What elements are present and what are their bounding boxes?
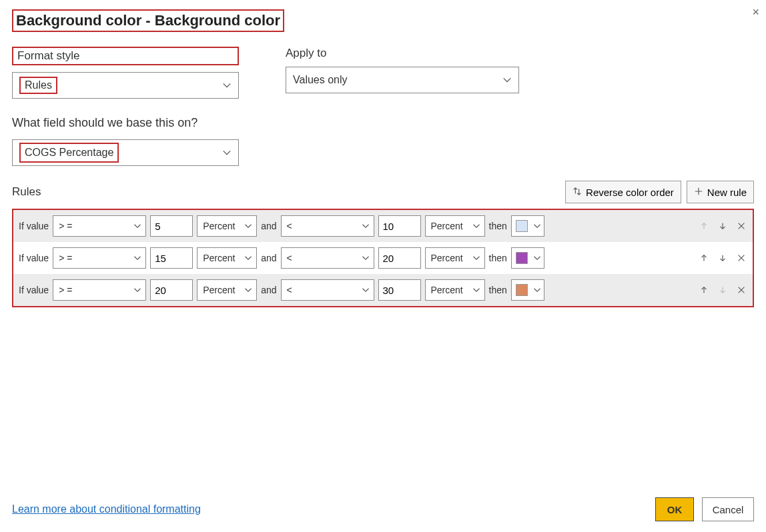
reverse-color-order-button[interactable]: Reverse color order	[565, 181, 681, 203]
new-rule-label: New rule	[707, 187, 747, 198]
chevron-down-icon	[472, 286, 480, 294]
base-field-value: COGS Percentage	[19, 143, 119, 163]
value2-input[interactable]	[378, 215, 421, 237]
new-rule-button[interactable]: New rule	[687, 181, 754, 203]
chevron-down-icon	[133, 254, 141, 262]
unit2-select[interactable]: Percent	[425, 279, 485, 301]
plus-icon	[694, 187, 703, 198]
chevron-down-icon	[244, 254, 252, 262]
chevron-down-icon	[533, 222, 541, 230]
apply-to-label: Apply to	[286, 47, 519, 60]
base-field-select[interactable]: COGS Percentage	[12, 139, 239, 166]
format-style-label: Format style	[12, 47, 239, 65]
base-field-label: What field should we base this on?	[12, 116, 754, 130]
apply-to-select[interactable]: Values only	[286, 67, 519, 93]
chevron-down-icon	[362, 222, 370, 230]
move-down-icon[interactable]	[717, 252, 729, 264]
chevron-down-icon	[362, 286, 370, 294]
operator1-select[interactable]: > =	[53, 247, 146, 269]
swap-icon	[572, 187, 582, 198]
if-value-label: If value	[19, 285, 49, 295]
apply-to-value: Values only	[293, 74, 348, 86]
delete-rule-icon[interactable]	[735, 220, 747, 232]
chevron-down-icon	[502, 75, 512, 85]
move-up-icon[interactable]	[698, 284, 710, 296]
unit2-select[interactable]: Percent	[425, 247, 485, 269]
chevron-down-icon	[472, 254, 480, 262]
chevron-down-icon	[133, 222, 141, 230]
move-up-icon[interactable]	[698, 252, 710, 264]
value1-input[interactable]	[150, 215, 193, 237]
and-label: and	[261, 285, 276, 295]
color-swatch	[516, 220, 528, 232]
color-swatch	[516, 252, 528, 264]
rule-row: If value> =Percentand<Percentthen	[13, 242, 753, 274]
operator1-select[interactable]: > =	[53, 279, 146, 301]
move-down-icon[interactable]	[717, 220, 729, 232]
unit1-select[interactable]: Percent	[197, 247, 257, 269]
operator2-value: <	[287, 221, 292, 231]
then-label: then	[489, 221, 507, 231]
value2-input[interactable]	[378, 279, 421, 301]
dialog-footer: Learn more about conditional formatting …	[12, 497, 754, 521]
color-select[interactable]	[511, 247, 544, 269]
chevron-down-icon	[533, 254, 541, 262]
unit1-select[interactable]: Percent	[197, 215, 257, 237]
rules-label: Rules	[12, 185, 565, 199]
unit2-select[interactable]: Percent	[425, 215, 485, 237]
then-label: then	[489, 285, 507, 295]
reverse-label: Reverse color order	[586, 187, 674, 198]
delete-rule-icon[interactable]	[735, 252, 747, 264]
close-icon[interactable]: ×	[749, 3, 762, 22]
color-swatch	[516, 284, 528, 296]
dialog-root: × Background color - Background color Fo…	[0, 0, 766, 307]
operator1-select[interactable]: > =	[53, 215, 146, 237]
rule-row: If value> =Percentand<Percentthen	[13, 210, 753, 242]
if-value-label: If value	[19, 221, 49, 231]
value1-input[interactable]	[150, 247, 193, 269]
operator2-select[interactable]: <	[281, 279, 374, 301]
unit2-value: Percent	[431, 221, 463, 231]
chevron-down-icon	[362, 254, 370, 262]
color-select[interactable]	[511, 215, 544, 237]
dialog-title: Background color - Background color	[12, 9, 284, 32]
unit1-select[interactable]: Percent	[197, 279, 257, 301]
chevron-down-icon	[222, 148, 232, 157]
unit1-value: Percent	[203, 285, 235, 295]
learn-more-link[interactable]: Learn more about conditional formatting	[12, 503, 201, 515]
value2-input[interactable]	[378, 247, 421, 269]
format-style-select[interactable]: Rules	[12, 72, 239, 99]
chevron-down-icon	[244, 286, 252, 294]
value1-input[interactable]	[150, 279, 193, 301]
unit2-value: Percent	[431, 285, 463, 295]
delete-rule-icon[interactable]	[735, 284, 747, 296]
then-label: then	[489, 253, 507, 263]
move-up-icon	[698, 220, 710, 232]
operator1-value: > =	[59, 253, 72, 263]
operator1-value: > =	[59, 221, 72, 231]
move-down-icon	[717, 284, 729, 296]
format-style-value: Rules	[19, 77, 57, 94]
unit1-value: Percent	[203, 221, 235, 231]
operator2-select[interactable]: <	[281, 247, 374, 269]
if-value-label: If value	[19, 253, 49, 263]
and-label: and	[261, 253, 276, 263]
chevron-down-icon	[133, 286, 141, 294]
unit2-value: Percent	[431, 253, 463, 263]
rules-list: If value> =Percentand<PercentthenIf valu…	[12, 209, 754, 307]
and-label: and	[261, 221, 276, 231]
chevron-down-icon	[244, 222, 252, 230]
color-select[interactable]	[511, 279, 544, 301]
operator1-value: > =	[59, 285, 72, 295]
rule-row: If value> =Percentand<Percentthen	[13, 274, 753, 306]
operator2-select[interactable]: <	[281, 215, 374, 237]
ok-button[interactable]: OK	[655, 497, 694, 521]
unit1-value: Percent	[203, 253, 235, 263]
cancel-button[interactable]: Cancel	[702, 497, 754, 521]
operator2-value: <	[287, 285, 292, 295]
chevron-down-icon	[472, 222, 480, 230]
chevron-down-icon	[533, 286, 541, 294]
operator2-value: <	[287, 253, 292, 263]
chevron-down-icon	[222, 81, 232, 90]
